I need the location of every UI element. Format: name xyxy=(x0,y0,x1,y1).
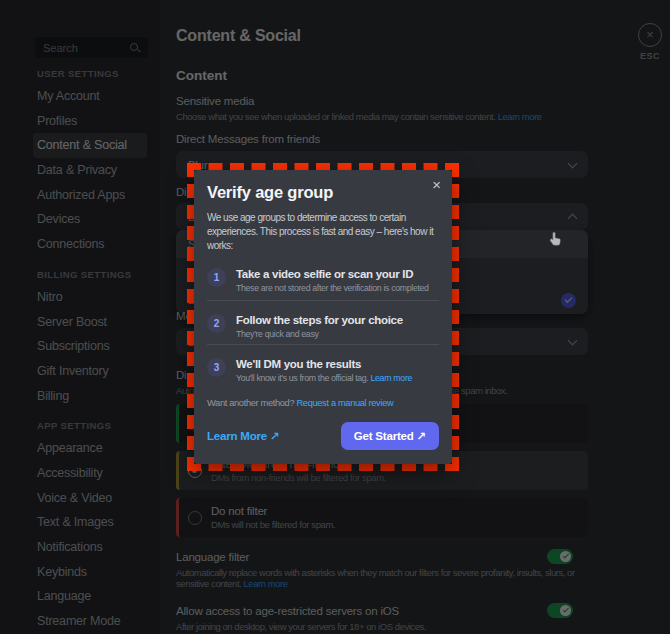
modal-close-icon[interactable]: × xyxy=(432,179,441,191)
step-3-description-text: You'll know it's us from the official ta… xyxy=(236,373,368,383)
divider xyxy=(207,300,439,301)
step-2: 2 Follow the steps for your choice They'… xyxy=(207,314,403,339)
alternate-method-text: Want another method? xyxy=(207,398,294,408)
alternate-method-row: Want another method? Request a manual re… xyxy=(207,398,393,408)
modal-title: Verify age group xyxy=(207,183,439,202)
step-3-description: You'll know it's us from the official ta… xyxy=(236,373,412,383)
step-2-title: Follow the steps for your choice xyxy=(236,314,403,326)
learn-more-link[interactable]: Learn More ↗ xyxy=(207,429,279,443)
step-2-description: They're quick and easy xyxy=(236,329,403,339)
modal-footer: Learn More ↗ Get Started ↗ xyxy=(207,422,439,450)
official-tag-learn-more-link[interactable]: Learn more xyxy=(371,373,413,383)
divider xyxy=(207,344,439,345)
get-started-button[interactable]: Get Started ↗ xyxy=(341,422,439,450)
step-3-number-badge: 3 xyxy=(207,358,226,377)
request-manual-review-link[interactable]: Request a manual review xyxy=(296,398,393,408)
step-1-description: These are not stored after the verificat… xyxy=(236,283,429,293)
step-1-number-badge: 1 xyxy=(207,268,226,287)
verify-age-group-modal: × Verify age group We use age groups to … xyxy=(194,170,452,464)
step-2-number-badge: 2 xyxy=(207,314,226,333)
mouse-cursor xyxy=(549,231,563,247)
step-1: 1 Take a video selfie or scan your ID Th… xyxy=(207,268,429,293)
modal-body-text: We use age groups to determine access to… xyxy=(207,211,435,252)
step-1-title: Take a video selfie or scan your ID xyxy=(236,268,429,280)
step-3: 3 We'll DM you the results You'll know i… xyxy=(207,358,412,383)
highlight-annotation: × Verify age group We use age groups to … xyxy=(187,163,459,471)
step-3-title: We'll DM you the results xyxy=(236,358,412,370)
